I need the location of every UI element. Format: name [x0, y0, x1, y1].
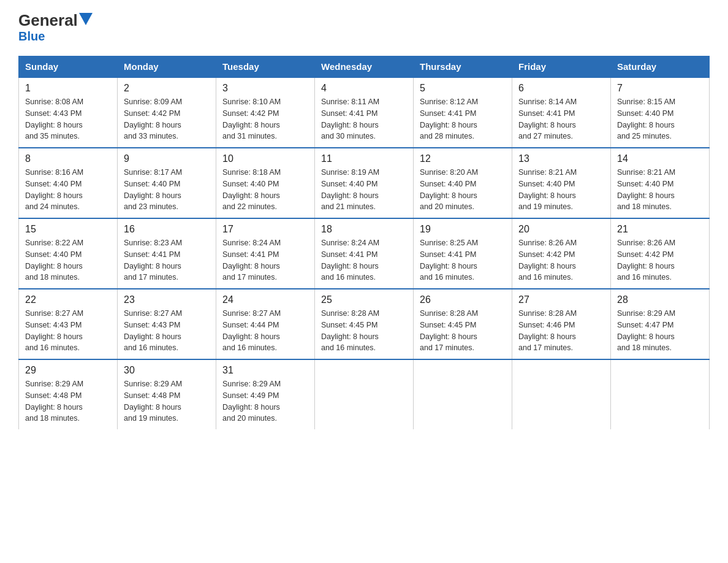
calendar-day-cell: 30 Sunrise: 8:29 AMSunset: 4:48 PMDaylig…	[118, 359, 216, 429]
day-number: 26	[420, 294, 506, 305]
svg-marker-0	[79, 13, 93, 25]
day-info: Sunrise: 8:28 AMSunset: 4:45 PMDaylight:…	[321, 308, 407, 354]
day-number: 17	[222, 224, 308, 235]
calendar-day-cell: 1 Sunrise: 8:08 AMSunset: 4:43 PMDayligh…	[19, 77, 118, 148]
calendar-day-cell: 19 Sunrise: 8:25 AMSunset: 4:41 PMDaylig…	[414, 218, 512, 289]
day-info: Sunrise: 8:21 AMSunset: 4:40 PMDaylight:…	[617, 167, 703, 213]
header-day-tuesday: Tuesday	[216, 56, 315, 78]
day-info: Sunrise: 8:22 AMSunset: 4:40 PMDaylight:…	[25, 237, 111, 283]
calendar-table: SundayMondayTuesdayWednesdayThursdayFrid…	[18, 56, 710, 429]
day-number: 28	[617, 294, 703, 305]
calendar-day-cell: 18 Sunrise: 8:24 AMSunset: 4:41 PMDaylig…	[315, 218, 414, 289]
calendar-day-cell: 5 Sunrise: 8:12 AMSunset: 4:41 PMDayligh…	[414, 77, 512, 148]
day-number: 4	[321, 83, 407, 94]
logo-general: General	[18, 12, 78, 28]
day-info: Sunrise: 8:17 AMSunset: 4:40 PMDaylight:…	[124, 167, 210, 213]
day-info: Sunrise: 8:24 AMSunset: 4:41 PMDaylight:…	[321, 237, 407, 283]
calendar-day-cell: 21 Sunrise: 8:26 AMSunset: 4:42 PMDaylig…	[611, 218, 710, 289]
day-info: Sunrise: 8:24 AMSunset: 4:41 PMDaylight:…	[222, 237, 308, 283]
calendar-day-cell: 17 Sunrise: 8:24 AMSunset: 4:41 PMDaylig…	[216, 218, 315, 289]
day-number: 3	[222, 83, 308, 94]
day-info: Sunrise: 8:23 AMSunset: 4:41 PMDaylight:…	[124, 237, 210, 283]
calendar-day-cell: 4 Sunrise: 8:11 AMSunset: 4:41 PMDayligh…	[315, 77, 414, 148]
day-info: Sunrise: 8:27 AMSunset: 4:43 PMDaylight:…	[25, 308, 111, 354]
calendar-day-cell: 11 Sunrise: 8:19 AMSunset: 4:40 PMDaylig…	[315, 148, 414, 218]
header-day-friday: Friday	[512, 56, 611, 78]
day-number: 7	[617, 83, 703, 94]
calendar-day-cell: 20 Sunrise: 8:26 AMSunset: 4:42 PMDaylig…	[512, 218, 611, 289]
header-day-saturday: Saturday	[611, 56, 710, 78]
day-number: 31	[222, 365, 308, 376]
day-number: 27	[518, 294, 604, 305]
day-info: Sunrise: 8:27 AMSunset: 4:44 PMDaylight:…	[222, 308, 308, 354]
calendar-week-row: 15 Sunrise: 8:22 AMSunset: 4:40 PMDaylig…	[19, 218, 710, 289]
day-info: Sunrise: 8:19 AMSunset: 4:40 PMDaylight:…	[321, 167, 407, 213]
calendar-day-cell: 7 Sunrise: 8:15 AMSunset: 4:40 PMDayligh…	[611, 77, 710, 148]
day-info: Sunrise: 8:29 AMSunset: 4:49 PMDaylight:…	[222, 378, 308, 424]
day-info: Sunrise: 8:12 AMSunset: 4:41 PMDaylight:…	[420, 96, 506, 142]
calendar-day-cell: 13 Sunrise: 8:21 AMSunset: 4:40 PMDaylig…	[512, 148, 611, 218]
day-number: 23	[124, 294, 210, 305]
day-number: 6	[518, 83, 604, 94]
calendar-day-cell: 31 Sunrise: 8:29 AMSunset: 4:49 PMDaylig…	[216, 359, 315, 429]
calendar-day-cell: 12 Sunrise: 8:20 AMSunset: 4:40 PMDaylig…	[414, 148, 512, 218]
day-number: 22	[25, 294, 111, 305]
calendar-day-cell: 24 Sunrise: 8:27 AMSunset: 4:44 PMDaylig…	[216, 289, 315, 359]
day-number: 19	[420, 224, 506, 235]
calendar-day-cell: 29 Sunrise: 8:29 AMSunset: 4:48 PMDaylig…	[19, 359, 118, 429]
header-day-thursday: Thursday	[414, 56, 512, 78]
day-number: 5	[420, 83, 506, 94]
day-info: Sunrise: 8:28 AMSunset: 4:45 PMDaylight:…	[420, 308, 506, 354]
page-header: General Blue	[18, 12, 710, 44]
day-number: 13	[518, 153, 604, 164]
day-number: 16	[124, 224, 210, 235]
calendar-day-cell: 16 Sunrise: 8:23 AMSunset: 4:41 PMDaylig…	[118, 218, 216, 289]
day-number: 9	[124, 153, 210, 164]
calendar-day-cell	[611, 359, 710, 429]
day-number: 8	[25, 153, 111, 164]
calendar-week-row: 8 Sunrise: 8:16 AMSunset: 4:40 PMDayligh…	[19, 148, 710, 218]
logo-blue: Blue	[18, 29, 45, 44]
day-info: Sunrise: 8:18 AMSunset: 4:40 PMDaylight:…	[222, 167, 308, 213]
day-number: 11	[321, 153, 407, 164]
calendar-day-cell: 25 Sunrise: 8:28 AMSunset: 4:45 PMDaylig…	[315, 289, 414, 359]
day-info: Sunrise: 8:29 AMSunset: 4:48 PMDaylight:…	[124, 378, 210, 424]
day-info: Sunrise: 8:11 AMSunset: 4:41 PMDaylight:…	[321, 96, 407, 142]
day-number: 15	[25, 224, 111, 235]
day-info: Sunrise: 8:21 AMSunset: 4:40 PMDaylight:…	[518, 167, 604, 213]
day-info: Sunrise: 8:29 AMSunset: 4:48 PMDaylight:…	[25, 378, 111, 424]
day-info: Sunrise: 8:29 AMSunset: 4:47 PMDaylight:…	[617, 308, 703, 354]
calendar-day-cell	[315, 359, 414, 429]
day-info: Sunrise: 8:25 AMSunset: 4:41 PMDaylight:…	[420, 237, 506, 283]
calendar-week-row: 29 Sunrise: 8:29 AMSunset: 4:48 PMDaylig…	[19, 359, 710, 429]
day-info: Sunrise: 8:27 AMSunset: 4:43 PMDaylight:…	[124, 308, 210, 354]
day-info: Sunrise: 8:14 AMSunset: 4:41 PMDaylight:…	[518, 96, 604, 142]
calendar-day-cell: 6 Sunrise: 8:14 AMSunset: 4:41 PMDayligh…	[512, 77, 611, 148]
day-number: 30	[124, 365, 210, 376]
calendar-day-cell: 26 Sunrise: 8:28 AMSunset: 4:45 PMDaylig…	[414, 289, 512, 359]
day-number: 20	[518, 224, 604, 235]
header-day-wednesday: Wednesday	[315, 56, 414, 78]
day-number: 29	[25, 365, 111, 376]
day-number: 18	[321, 224, 407, 235]
day-number: 25	[321, 294, 407, 305]
day-info: Sunrise: 8:15 AMSunset: 4:40 PMDaylight:…	[617, 96, 703, 142]
calendar-day-cell: 9 Sunrise: 8:17 AMSunset: 4:40 PMDayligh…	[118, 148, 216, 218]
calendar-day-cell: 14 Sunrise: 8:21 AMSunset: 4:40 PMDaylig…	[611, 148, 710, 218]
calendar-day-cell: 10 Sunrise: 8:18 AMSunset: 4:40 PMDaylig…	[216, 148, 315, 218]
calendar-day-cell	[414, 359, 512, 429]
calendar-day-cell: 22 Sunrise: 8:27 AMSunset: 4:43 PMDaylig…	[19, 289, 118, 359]
day-number: 14	[617, 153, 703, 164]
calendar-week-row: 1 Sunrise: 8:08 AMSunset: 4:43 PMDayligh…	[19, 77, 710, 148]
calendar-header-row: SundayMondayTuesdayWednesdayThursdayFrid…	[19, 56, 710, 78]
day-info: Sunrise: 8:26 AMSunset: 4:42 PMDaylight:…	[617, 237, 703, 283]
calendar-day-cell: 27 Sunrise: 8:28 AMSunset: 4:46 PMDaylig…	[512, 289, 611, 359]
day-number: 2	[124, 83, 210, 94]
calendar-day-cell: 23 Sunrise: 8:27 AMSunset: 4:43 PMDaylig…	[118, 289, 216, 359]
calendar-day-cell: 28 Sunrise: 8:29 AMSunset: 4:47 PMDaylig…	[611, 289, 710, 359]
day-info: Sunrise: 8:16 AMSunset: 4:40 PMDaylight:…	[25, 167, 111, 213]
day-number: 10	[222, 153, 308, 164]
day-number: 12	[420, 153, 506, 164]
calendar-day-cell: 8 Sunrise: 8:16 AMSunset: 4:40 PMDayligh…	[19, 148, 118, 218]
header-day-sunday: Sunday	[19, 56, 118, 78]
